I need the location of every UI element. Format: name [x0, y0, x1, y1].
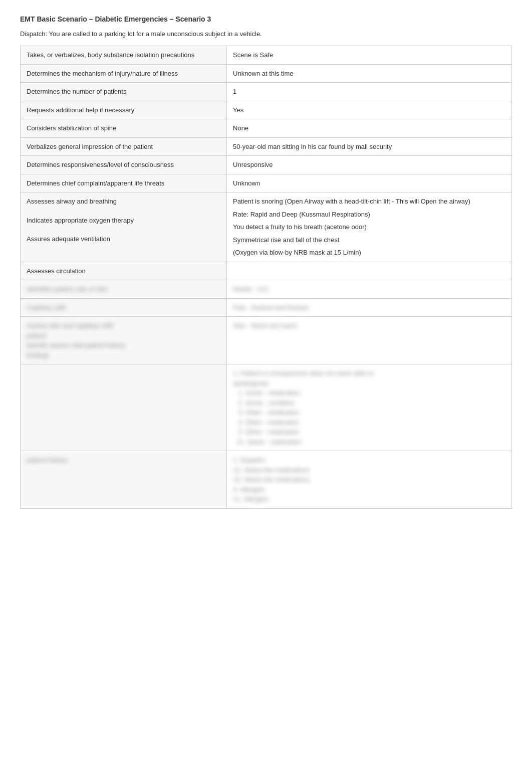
table-row-blurred-1: Identifies patient rate of skin Radial -…	[21, 280, 512, 299]
row-right: Scene is Safe	[227, 46, 512, 65]
table-row-airway: Assesses airway and breathing Indicates …	[21, 192, 512, 262]
row-right-blurred: Radial - 122	[227, 280, 512, 299]
row-left-blurred: Assess skin and capillary refillpatientI…	[21, 317, 227, 364]
row-right-airway: Patient is snoring (Open Airway with a h…	[227, 192, 512, 262]
table-row-blurred-3: Assess skin and capillary refillpatientI…	[21, 317, 512, 364]
row-left-circulation: Assesses circulation	[21, 262, 227, 280]
table-row-blurred-2: Capillary refill Pale - flushed and flus…	[21, 298, 512, 317]
table-row: Requests additional help if necessary Ye…	[21, 101, 512, 119]
row-left: Verbalizes general impression of the pat…	[21, 137, 227, 156]
row-left: Requests additional help if necessary	[21, 101, 227, 119]
table-row: Determines the number of patients 1	[21, 83, 512, 101]
table-row: Takes, or verbalizes, body substance iso…	[21, 46, 512, 65]
scenario-table: Takes, or verbalizes, body substance iso…	[20, 46, 512, 509]
row-right: Unknown	[227, 174, 512, 192]
table-row-blurred-5: patient history 1. Dispatch 12. Status t…	[21, 451, 512, 509]
row-left-blurred: Identifies patient rate of skin	[21, 280, 227, 299]
row-right: Yes	[227, 101, 512, 119]
row-left-blurred: Capillary refill	[21, 298, 227, 317]
row-right-blurred: Skin - Moist and warm	[227, 317, 512, 364]
row-right-blurred: Pale - flushed and flushed	[227, 298, 512, 317]
row-left: Determines the mechanism of injury/natur…	[21, 64, 227, 83]
table-row: Considers stabilization of spine None	[21, 119, 512, 138]
row-left: Determines chief complaint/apparent life…	[21, 174, 227, 192]
row-left-blurred	[21, 364, 227, 451]
row-right: None	[227, 119, 512, 138]
row-left: Considers stabilization of spine	[21, 119, 227, 138]
table-row-circulation: Assesses circulation	[21, 262, 512, 280]
row-left-airway: Assesses airway and breathing Indicates …	[21, 192, 227, 262]
dispatch-text: Dispatch: You are called to a parking lo…	[20, 30, 512, 38]
row-left: Determines responsiveness/level of consc…	[21, 156, 227, 174]
row-right-blurred: 1. Patient is unresponsive does not seem…	[227, 364, 512, 451]
table-row: Determines responsiveness/level of consc…	[21, 156, 512, 174]
row-left: Determines the number of patients	[21, 83, 227, 101]
table-row: Verbalizes general impression of the pat…	[21, 137, 512, 156]
row-right: Unknown at this time	[227, 64, 512, 83]
row-left-blurred: patient history	[21, 451, 227, 509]
page-title: EMT Basic Scenario – Diabetic Emergencie…	[20, 15, 512, 23]
table-row: Determines the mechanism of injury/natur…	[21, 64, 512, 83]
row-right: 1	[227, 83, 512, 101]
row-right-circulation	[227, 262, 512, 280]
row-right: Unresponsive	[227, 156, 512, 174]
row-right: 50-year-old man sitting in his car found…	[227, 137, 512, 156]
table-row: Determines chief complaint/apparent life…	[21, 174, 512, 192]
row-right-blurred: 1. Dispatch 12. Status the medications 1…	[227, 451, 512, 509]
table-row-blurred-4: 1. Patient is unresponsive does not seem…	[21, 364, 512, 451]
row-left: Takes, or verbalizes, body substance iso…	[21, 46, 227, 65]
